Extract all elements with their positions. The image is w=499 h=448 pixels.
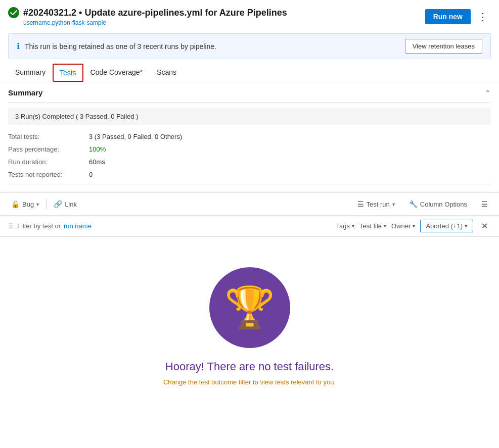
status-chevron-icon: ▾	[465, 223, 468, 229]
test-file-chevron-icon: ▾	[384, 223, 386, 229]
tab-tests[interactable]: Tests	[53, 64, 83, 82]
filter-icon-button[interactable]: ☰	[478, 198, 491, 210]
trophy-icon: 🏆	[224, 287, 275, 328]
toolbar-left: 🔒 Bug ▾ 🔗 Link	[8, 198, 80, 210]
test-run-button[interactable]: ☰ Test run ▾	[354, 198, 398, 210]
status-filter-label: Aborted (+1)	[426, 222, 463, 230]
bug-button[interactable]: 🔒 Bug ▾	[8, 198, 42, 210]
trophy-circle: 🏆	[209, 267, 290, 348]
info-icon: ℹ	[17, 41, 20, 51]
empty-state-subtitle: Change the test outcome filter to view t…	[163, 378, 336, 386]
link-label: Link	[65, 201, 77, 208]
tests-not-reported-value: 0	[89, 171, 93, 178]
status-filter-dropdown[interactable]: Aborted (+1) ▾	[420, 220, 473, 232]
column-options-label: Column Options	[420, 201, 467, 208]
stats-table: Total tests: 3 (3 Passed, 0 Failed, 0 Ot…	[8, 130, 491, 181]
empty-state: 🏆 Hooray! There are no test failures. Ch…	[0, 237, 499, 406]
tab-summary[interactable]: Summary	[8, 63, 53, 82]
toolbar-right: ☰ Test run ▾ 🔧 Column Options ☰	[354, 198, 491, 210]
header-actions: Run new ⋮	[425, 9, 491, 25]
summary-section: Summary ⌃ 3 Run(s) Completed ( 3 Passed,…	[8, 82, 491, 181]
banner-message: ℹ This run is being retained as one of 3…	[17, 41, 216, 51]
test-file-filter[interactable]: Test file ▾	[359, 222, 386, 230]
summary-title: Summary	[8, 88, 42, 97]
pipeline-link[interactable]: username.python-flask-sample	[23, 19, 287, 26]
column-options-button[interactable]: 🔧 Column Options	[406, 198, 470, 210]
tests-not-reported-row: Tests not reported: 0	[8, 168, 491, 181]
banner-text: This run is being retained as one of 3 r…	[25, 42, 216, 51]
link-icon: 🔗	[54, 200, 62, 208]
owner-chevron-icon: ▾	[413, 223, 415, 229]
filter-text: Filter by test or	[17, 222, 61, 230]
tags-filter[interactable]: Tags ▾	[336, 222, 354, 230]
test-run-label: Test run	[367, 201, 390, 208]
bug-label: Bug	[22, 201, 34, 208]
test-file-label: Test file	[359, 222, 382, 230]
success-check-icon	[8, 7, 19, 18]
collapse-chevron-icon[interactable]: ⌃	[485, 89, 491, 97]
filter-right: Tags ▾ Test file ▾ Owner ▾ Aborted (+1) …	[336, 220, 491, 232]
page-title: #20240321.2 • Update azure-pipelines.yml…	[8, 7, 287, 18]
run-new-button[interactable]: Run new	[425, 9, 471, 24]
close-icon: ✕	[481, 222, 488, 230]
list-icon: ☰	[357, 200, 364, 208]
header-left: #20240321.2 • Update azure-pipelines.yml…	[8, 7, 287, 26]
summary-header: Summary ⌃	[8, 82, 491, 103]
tags-label: Tags	[336, 222, 350, 230]
owner-filter[interactable]: Owner ▾	[391, 222, 415, 230]
more-options-button[interactable]: ⋮	[475, 9, 491, 25]
filter-close-button[interactable]: ✕	[478, 220, 491, 232]
runs-completed-banner: 3 Run(s) Completed ( 3 Passed, 0 Failed …	[8, 108, 491, 125]
lock-icon: 🔒	[11, 200, 20, 208]
pass-percentage-value: 100%	[89, 145, 106, 153]
total-tests-label: Total tests:	[8, 133, 89, 140]
total-tests-row: Total tests: 3 (3 Passed, 0 Failed, 0 Ot…	[8, 130, 491, 143]
page-header: #20240321.2 • Update azure-pipelines.yml…	[0, 0, 499, 29]
tests-not-reported-label: Tests not reported:	[8, 171, 89, 178]
toolbar: 🔒 Bug ▾ 🔗 Link ☰ Test run ▾ 🔧 Column Opt…	[0, 192, 499, 216]
view-retention-leases-button[interactable]: View retention leases	[405, 39, 482, 54]
tab-bar: Summary Tests Code Coverage* Scans	[0, 63, 499, 82]
tab-scans[interactable]: Scans	[150, 63, 184, 82]
runs-completed-text: 3 Run(s) Completed ( 3 Passed, 0 Failed …	[15, 113, 139, 120]
toolbar-divider	[46, 199, 47, 209]
pass-percentage-label: Pass percentage:	[8, 145, 89, 153]
empty-state-title: Hooray! There are no test failures.	[165, 360, 334, 373]
filter-lines-icon: ☰	[481, 200, 488, 208]
filter-left: ☰ Filter by test or run name	[8, 222, 92, 230]
filter-icon: ☰	[8, 222, 14, 230]
run-duration-value: 60ms	[89, 158, 105, 166]
pass-percentage-row: Pass percentage: 100%	[8, 143, 491, 156]
filter-run-link[interactable]: run name	[64, 222, 92, 230]
owner-label: Owner	[391, 222, 411, 230]
tags-chevron-icon: ▾	[352, 223, 354, 229]
tab-code-coverage[interactable]: Code Coverage*	[83, 63, 150, 82]
section-divider	[8, 184, 491, 184]
run-duration-label: Run duration:	[8, 158, 89, 166]
wrench-icon: 🔧	[409, 200, 418, 208]
retention-banner: ℹ This run is being retained as one of 3…	[8, 33, 491, 59]
bug-chevron-icon: ▾	[36, 202, 39, 207]
link-button[interactable]: 🔗 Link	[51, 198, 80, 210]
filter-bar: ☰ Filter by test or run name Tags ▾ Test…	[0, 216, 499, 237]
test-run-chevron-icon: ▾	[392, 202, 395, 207]
run-duration-row: Run duration: 60ms	[8, 156, 491, 168]
total-tests-value: 3 (3 Passed, 0 Failed, 0 Others)	[89, 133, 182, 140]
svg-point-0	[8, 7, 19, 18]
